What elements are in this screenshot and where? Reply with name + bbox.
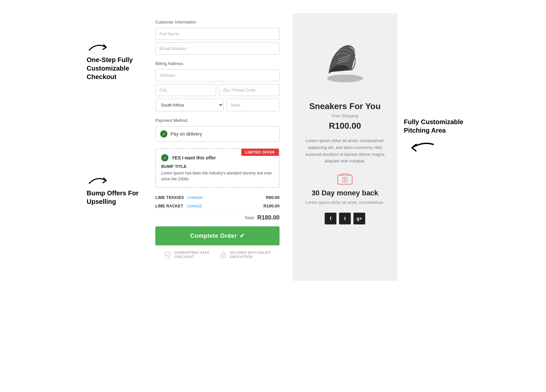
total-amount: R180.00: [257, 214, 280, 221]
left-annotations: One-Step Fully Customizable Checkout Bum…: [77, 13, 155, 206]
zip-input[interactable]: [219, 84, 280, 96]
complete-order-label: Complete Order: [190, 233, 237, 239]
arrow-right-icon: [87, 39, 113, 56]
social-buttons: f t g+: [325, 213, 365, 224]
address-group: [155, 69, 280, 81]
product2-price: R100.00: [264, 204, 280, 208]
complete-order-button[interactable]: Complete Order ✔: [155, 226, 280, 245]
bump-title: BUMP TITLE: [161, 164, 274, 169]
order-line-2: LIME RACKET CHANGE R100.00: [155, 203, 280, 209]
product-shipping: Free Shipping: [332, 113, 358, 118]
email-group: [155, 42, 280, 55]
right-annotations: Fully Customizable Pitching Area: [397, 13, 469, 157]
product2-name-group: LIME RACKET CHANGE: [155, 203, 202, 209]
payment-check-icon: [160, 130, 167, 138]
twitter-button[interactable]: t: [339, 213, 351, 224]
product2-name: LIME RACKET: [155, 204, 183, 208]
order-divider: [155, 211, 280, 212]
bump-offer-box: LIMITED OFFER YES I want this offer BUMP…: [155, 148, 280, 188]
encryption-text: SECURED WITH 256-BITENCRYPTION: [230, 251, 271, 259]
encryption-badge: SECURED WITH 256-BITENCRYPTION: [219, 251, 271, 259]
billing-section-label: Billing Address: [155, 61, 280, 66]
safe-checkout-badge: GUARANTEED SAFECHECKOUT: [164, 251, 210, 259]
checkout-annotation: One-Step Fully Customizable Checkout: [87, 39, 152, 81]
facebook-icon: f: [330, 216, 332, 221]
address-input[interactable]: [155, 69, 280, 81]
money-back-icon-area: $: [337, 172, 353, 186]
full-name-input[interactable]: [155, 28, 280, 40]
safe-checkout-text: GUARANTEED SAFECHECKOUT: [174, 251, 210, 259]
total-row: Total: R180.00: [155, 214, 280, 221]
payment-option-pod[interactable]: Pay on delivery: [155, 126, 280, 142]
svg-text:$: $: [344, 178, 346, 182]
money-back-icon: $: [337, 172, 353, 186]
product1-change-link[interactable]: CHANGE: [187, 196, 203, 200]
order-line-1: LIME TEKKIES CHANGE R80.00: [155, 194, 280, 200]
total-label: Total:: [245, 215, 255, 220]
product1-price: R80.00: [266, 195, 280, 200]
shield-icon: [164, 251, 172, 259]
money-back-desc: Lorem ipsum dolor sit amet, consectetuer…: [305, 200, 384, 205]
billing-section: Billing Address South Africa: [155, 61, 280, 111]
google-icon: g+: [357, 216, 362, 221]
country-state-row: South Africa: [155, 99, 280, 111]
product1-name-group: LIME TEKKIES CHANGE: [155, 194, 203, 200]
money-back-title: 30 Day money back: [312, 189, 378, 197]
payment-option-label: Pay on delivery: [171, 131, 202, 137]
product1-name: LIME TEKKIES: [155, 195, 184, 200]
complete-order-checkmark: ✔: [240, 232, 245, 239]
state-input[interactable]: [226, 99, 280, 111]
right-annotation-text: Fully Customizable Pitching Area: [404, 118, 469, 135]
order-summary: LIME TEKKIES CHANGE R80.00 LIME RACKET C…: [155, 194, 280, 259]
payment-section: Payment Method Pay on delivery: [155, 118, 280, 142]
checkout-form: Customer Information Billing Address Sou…: [155, 13, 280, 266]
customer-section-label: Customer Information: [155, 20, 280, 24]
svg-point-2: [327, 74, 363, 82]
city-zip-row: [155, 84, 280, 96]
svg-point-1: [223, 256, 224, 257]
country-select[interactable]: South Africa: [155, 99, 224, 111]
bump-yes-label: YES I want this offer: [172, 155, 216, 160]
sneaker-image: [322, 28, 368, 87]
product-price: R100.00: [329, 121, 361, 131]
bump-description: Lorem Ipsum has been the industry's stan…: [161, 170, 274, 182]
arrow-left-icon: [404, 138, 436, 157]
bump-check-icon[interactable]: [161, 154, 168, 161]
facebook-button[interactable]: f: [325, 213, 336, 224]
customer-info-section: Customer Information: [155, 20, 280, 55]
limited-offer-badge: LIMITED OFFER: [241, 149, 279, 156]
twitter-icon: t: [344, 216, 346, 221]
email-input[interactable]: [155, 42, 280, 55]
security-badges: GUARANTEED SAFECHECKOUT SECURED WITH 256…: [155, 251, 280, 259]
city-input[interactable]: [155, 84, 216, 96]
product-image-area: [302, 13, 387, 101]
payment-section-label: Payment Method: [155, 118, 280, 123]
bump-annotation: Bump Offers For Upselling: [87, 172, 152, 206]
arrow-right-icon-2: [87, 172, 113, 189]
product2-change-link[interactable]: CHANGE: [187, 204, 202, 208]
checkout-annotation-text: One-Step Fully Customizable Checkout: [87, 56, 152, 81]
product-description: Lorem ipsum dolor sit amet, consectetuer…: [302, 138, 387, 165]
bump-annotation-text: Bump Offers For Upselling: [87, 189, 152, 206]
product-name: Sneakers For You: [309, 101, 381, 111]
full-name-group: [155, 28, 280, 40]
lock-icon: [219, 251, 227, 259]
google-button[interactable]: g+: [353, 213, 365, 224]
product-panel: Sneakers For You Free Shipping R100.00 L…: [293, 13, 397, 281]
